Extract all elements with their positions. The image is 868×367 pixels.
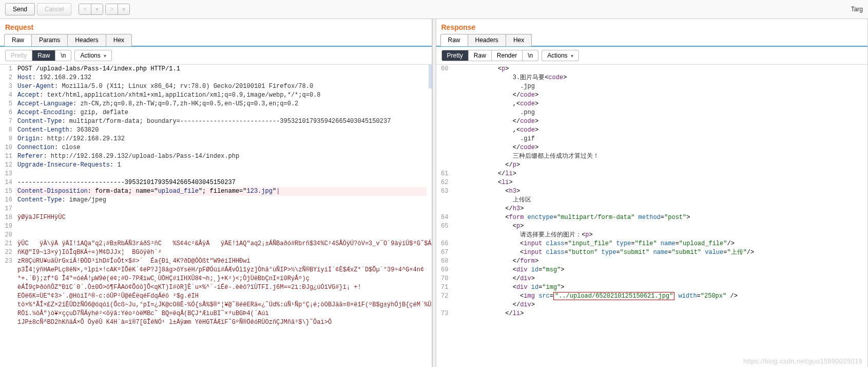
- response-tabs: Raw Headers Hex: [436, 33, 868, 47]
- request-editor[interactable]: 1POST /upload-labs/Pass-14/index.php HTT…: [0, 65, 432, 367]
- response-subbar: Pretty Raw Render \n Actions: [436, 47, 868, 65]
- tab-headers[interactable]: Headers: [468, 34, 506, 46]
- chevron-right-icon[interactable]: >: [106, 4, 118, 14]
- actions-dropdown[interactable]: Actions: [74, 50, 111, 61]
- mode-pretty[interactable]: Pretty: [6, 50, 32, 61]
- request-title: Request: [0, 19, 432, 33]
- response-title: Response: [436, 19, 868, 33]
- tab-hex[interactable]: Hex: [506, 34, 532, 46]
- mode-newline[interactable]: \n: [523, 50, 538, 61]
- nav-fwd-group[interactable]: > ▾: [105, 4, 130, 15]
- tab-raw[interactable]: Raw: [440, 34, 468, 46]
- request-pane: Request Raw Params Headers Hex Pretty Ra…: [0, 19, 432, 367]
- main-toolbar: Send Cancel < ▾ > ▾ Targ: [0, 0, 868, 19]
- tab-raw[interactable]: Raw: [4, 34, 32, 46]
- request-subbar: Pretty Raw \n Actions: [0, 47, 432, 65]
- nav-back-group[interactable]: < ▾: [79, 4, 103, 15]
- tab-hex[interactable]: Hex: [106, 34, 132, 46]
- pane-splitter[interactable]: [432, 19, 436, 367]
- response-editor[interactable]: 60 <p> 3.图片马要<code> .jpg </code> ,<code>…: [436, 65, 868, 367]
- actions-dropdown[interactable]: Actions: [542, 50, 578, 61]
- watermark: https://blog.csdn.net/guo15890025019: [743, 357, 862, 365]
- tab-headers[interactable]: Headers: [67, 34, 106, 46]
- target-label: Targ: [851, 6, 863, 13]
- tab-params[interactable]: Params: [31, 34, 68, 46]
- response-pane: Response Raw Headers Hex Pretty Raw Rend…: [436, 19, 869, 367]
- send-button[interactable]: Send: [5, 3, 35, 15]
- dropdown-icon[interactable]: ▾: [118, 4, 129, 14]
- scroll-marker: [429, 65, 432, 88]
- mode-pretty[interactable]: Pretty: [442, 50, 469, 61]
- request-tabs: Raw Params Headers Hex: [0, 33, 432, 47]
- mode-raw[interactable]: Raw: [469, 50, 492, 61]
- mode-raw[interactable]: Raw: [32, 50, 55, 61]
- chevron-left-icon[interactable]: <: [79, 4, 91, 14]
- cancel-button[interactable]: Cancel: [37, 3, 71, 15]
- mode-newline[interactable]: \n: [55, 50, 71, 61]
- dropdown-icon[interactable]: ▾: [91, 4, 103, 14]
- view-mode-pill: Pretty Raw Render \n: [441, 50, 539, 61]
- view-mode-pill: Pretty Raw \n: [5, 50, 71, 61]
- mode-render[interactable]: Render: [492, 50, 523, 61]
